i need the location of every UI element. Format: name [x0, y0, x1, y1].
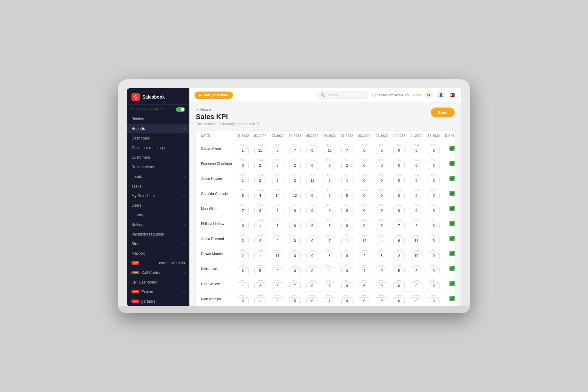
kpi-input[interactable] [393, 192, 405, 199]
display-checkbox[interactable] [449, 281, 455, 286]
kpi-input[interactable] [289, 177, 301, 184]
sidebar-item-store[interactable]: Store ▾ [127, 239, 189, 249]
kpi-input[interactable] [428, 282, 440, 289]
kpi-input[interactable] [411, 267, 422, 274]
kpi-input[interactable] [359, 177, 370, 184]
kpi-input[interactable] [428, 237, 440, 244]
sidebar-item-dashboard[interactable]: Dashboard [127, 133, 189, 143]
display-checkbox[interactable] [449, 191, 455, 196]
kpi-input[interactable] [237, 207, 249, 214]
kpi-input[interactable] [254, 147, 266, 154]
kpi-input[interactable] [341, 162, 353, 169]
kpi-input[interactable] [359, 222, 370, 229]
auto-ride-switch[interactable] [176, 107, 185, 112]
kpi-input[interactable] [254, 297, 266, 304]
kpi-input[interactable] [272, 162, 283, 169]
kpi-input[interactable] [411, 162, 422, 169]
kpi-input[interactable] [237, 252, 249, 259]
kpi-input[interactable] [254, 207, 266, 214]
kpi-input[interactable] [428, 207, 440, 214]
search-box[interactable]: 🔍 Search... [317, 92, 368, 99]
kpi-input[interactable] [411, 192, 422, 199]
display-checkbox[interactable] [449, 266, 455, 271]
kpi-input[interactable] [237, 222, 249, 229]
display-checkbox[interactable] [449, 161, 455, 166]
kpi-input[interactable] [237, 297, 249, 304]
kpi-input[interactable] [306, 207, 318, 214]
kpi-input[interactable] [272, 207, 283, 214]
kpi-input[interactable] [306, 297, 318, 304]
kpi-input[interactable] [428, 267, 440, 274]
kpi-input[interactable] [237, 192, 249, 199]
kpi-input[interactable] [428, 177, 440, 184]
kpi-input[interactable] [289, 252, 301, 259]
kpi-input[interactable] [306, 237, 318, 244]
kpi-input[interactable] [324, 192, 335, 199]
kpi-input[interactable] [237, 147, 249, 154]
kpi-input[interactable] [289, 147, 301, 154]
start-work-button[interactable]: ▶ Start your work [195, 92, 233, 99]
sidebar-item-reservations[interactable]: Reservations ▾ [127, 162, 189, 172]
kpi-input[interactable] [393, 222, 405, 229]
kpi-input[interactable] [237, 282, 249, 289]
kpi-input[interactable] [341, 192, 353, 199]
kpi-input[interactable] [324, 237, 335, 244]
kpi-input[interactable] [324, 282, 335, 289]
sidebar-item-kpi-dashboard[interactable]: KPI Dashboard [127, 277, 189, 287]
kpi-input[interactable] [359, 252, 370, 259]
display-checkbox[interactable] [449, 176, 455, 181]
kpi-input[interactable] [289, 282, 301, 289]
kpi-input[interactable] [359, 207, 370, 214]
kpi-input[interactable] [359, 147, 370, 154]
kpi-input[interactable] [272, 147, 283, 154]
kpi-input[interactable] [289, 207, 301, 214]
kpi-input[interactable] [237, 237, 249, 244]
kpi-input[interactable] [411, 147, 422, 154]
kpi-input[interactable] [272, 267, 283, 274]
kpi-input[interactable] [289, 192, 301, 199]
kpi-input[interactable] [411, 282, 422, 289]
kpi-input[interactable] [254, 267, 266, 274]
kpi-input[interactable] [306, 282, 318, 289]
kpi-input[interactable] [359, 237, 370, 244]
kpi-input[interactable] [254, 237, 266, 244]
kpi-input[interactable] [272, 252, 283, 259]
kpi-input[interactable] [272, 297, 283, 304]
sidebar-item-call-center[interactable]: new Call Center ▾ [127, 268, 189, 277]
display-checkbox[interactable] [449, 221, 455, 226]
kpi-input[interactable] [254, 222, 266, 229]
display-checkbox[interactable] [449, 296, 455, 301]
kpi-input[interactable] [376, 252, 387, 259]
kpi-input[interactable] [376, 192, 387, 199]
kpi-input[interactable] [428, 192, 440, 199]
kpi-input[interactable] [393, 252, 405, 259]
kpi-input[interactable] [428, 222, 440, 229]
kpi-input[interactable] [393, 282, 405, 289]
kpi-input[interactable] [393, 147, 405, 154]
kpi-input[interactable] [324, 162, 335, 169]
kpi-input[interactable] [289, 267, 301, 274]
kpi-input[interactable] [341, 207, 353, 214]
kpi-input[interactable] [324, 252, 335, 259]
kpi-input[interactable] [411, 252, 422, 259]
kpi-input[interactable] [359, 192, 370, 199]
display-checkbox[interactable] [449, 251, 455, 256]
kpi-input[interactable] [376, 177, 387, 184]
display-checkbox[interactable] [449, 206, 455, 211]
kpi-input[interactable] [376, 237, 387, 244]
kpi-input[interactable] [393, 162, 405, 169]
kpi-input[interactable] [254, 177, 266, 184]
kpi-input[interactable] [306, 222, 318, 229]
kpi-input[interactable] [289, 237, 301, 244]
kpi-input[interactable] [341, 237, 353, 244]
sidebar-item-customer-meetings[interactable]: Customer meetings [127, 143, 189, 153]
save-button[interactable]: Save [431, 108, 455, 117]
kpi-input[interactable] [341, 297, 353, 304]
kpi-input[interactable] [324, 267, 335, 274]
kpi-input[interactable] [306, 192, 318, 199]
kpi-input[interactable] [237, 267, 249, 274]
kpi-input[interactable] [411, 177, 422, 184]
sidebar-item-library[interactable]: Library ▾ [127, 210, 189, 220]
sidebar-item-leads[interactable]: Leads ▾ [127, 172, 189, 181]
kpi-input[interactable] [341, 252, 353, 259]
